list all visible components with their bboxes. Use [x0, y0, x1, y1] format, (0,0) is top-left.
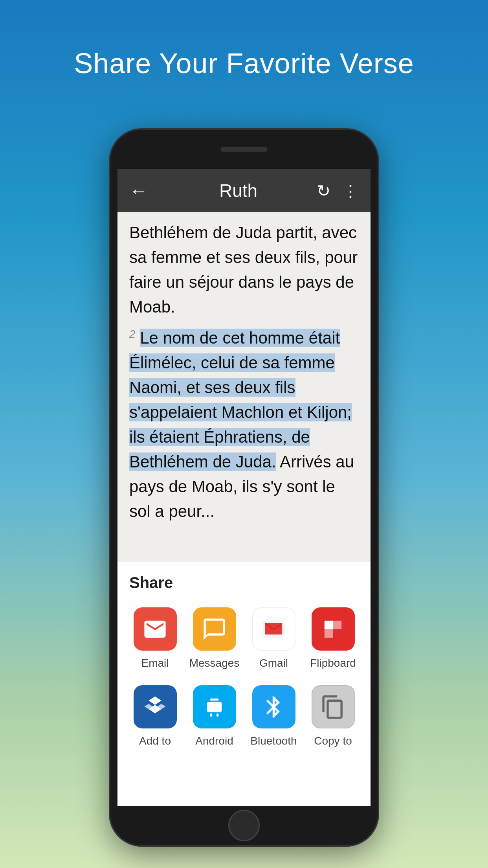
svg-rect-8 [216, 713, 218, 716]
copy-icon [312, 685, 355, 728]
svg-point-5 [210, 705, 212, 707]
phone-screen: ← Ruth ↻ ⋮ Bethléhem de Juda partit, ave… [117, 169, 371, 806]
share-row-2: Add to Android [125, 685, 363, 747]
app-toolbar: ← Ruth ↻ ⋮ [117, 169, 371, 212]
android-icon [193, 685, 236, 728]
flipboard-label: Flipboard [310, 657, 356, 669]
android-label: Android [195, 735, 233, 747]
svg-rect-1 [333, 620, 342, 629]
dropbox-label: Add to [139, 735, 171, 747]
share-sheet: Share Email [117, 562, 371, 806]
gmail-icon [252, 607, 295, 651]
phone-speaker [220, 147, 268, 152]
verse-partial-top: Bethléhem de Juda partit, avec sa femme … [129, 223, 358, 316]
phone-top [110, 130, 378, 169]
email-icon [134, 607, 177, 651]
share-item-flipboard[interactable]: Flipboard [308, 607, 359, 669]
share-row-1: Email Messages [125, 607, 363, 669]
email-label: Email [141, 657, 169, 669]
flipboard-icon [312, 607, 355, 651]
back-button[interactable]: ← [129, 180, 148, 202]
svg-rect-4 [207, 701, 222, 712]
share-item-copy[interactable]: Copy to [308, 685, 359, 747]
verse-2-highlighted: Le nom de cet homme était Élimélec, celu… [129, 329, 352, 471]
bluetooth-icon [252, 685, 295, 728]
svg-rect-7 [210, 713, 212, 716]
home-button[interactable] [228, 810, 260, 841]
share-item-bluetooth[interactable]: Bluetooth [248, 685, 299, 747]
toolbar-actions: ↻ ⋮ [317, 181, 359, 200]
more-options-icon[interactable]: ⋮ [342, 181, 359, 200]
share-item-messages[interactable]: Messages [189, 607, 240, 669]
svg-rect-0 [325, 620, 333, 629]
share-item-android[interactable]: Android [189, 685, 240, 747]
toolbar-title: Ruth [160, 180, 317, 201]
page-title: Share Your Favorite Verse [0, 0, 488, 103]
phone-frame: ← Ruth ↻ ⋮ Bethléhem de Juda partit, ave… [110, 130, 378, 845]
share-item-gmail[interactable]: Gmail [248, 607, 299, 669]
refresh-icon[interactable]: ↻ [317, 181, 330, 200]
share-title: Share [125, 574, 363, 592]
dropbox-icon [134, 685, 177, 728]
copy-label: Copy to [314, 735, 352, 747]
share-item-dropbox[interactable]: Add to [130, 685, 181, 747]
svg-rect-2 [325, 629, 333, 638]
share-item-email[interactable]: Email [130, 607, 181, 669]
svg-point-6 [216, 705, 218, 707]
bible-text-area: Bethléhem de Juda partit, avec sa femme … [117, 212, 371, 566]
svg-rect-3 [210, 698, 219, 700]
messages-label: Messages [189, 657, 240, 669]
verse-number-2: 2 [129, 328, 136, 340]
gmail-label: Gmail [259, 657, 288, 669]
bluetooth-label: Bluetooth [250, 735, 297, 747]
phone-bottom [110, 806, 378, 845]
messages-icon [193, 607, 236, 651]
